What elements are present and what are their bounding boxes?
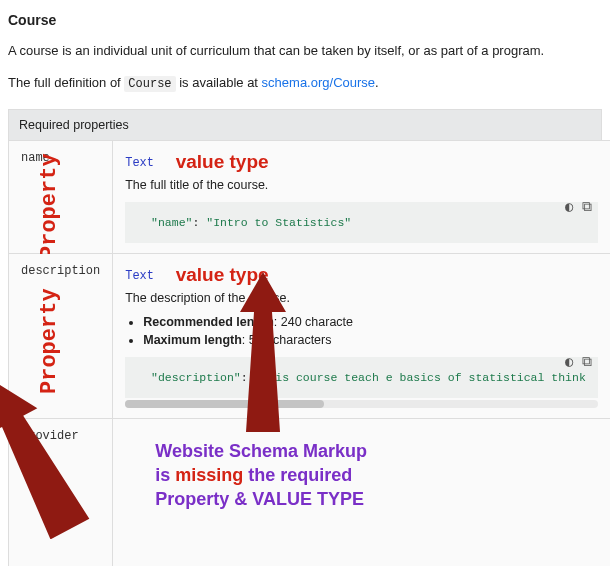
table-row: provider Website Schema Markup is missin… — [9, 418, 611, 566]
definition-mid: is available at — [179, 75, 261, 90]
value-type: Text — [125, 269, 154, 283]
annotation-property-label: Property — [37, 153, 62, 259]
annotation-missing-note: Website Schema Markup is missing the req… — [155, 439, 598, 512]
code-value: "This course teach e basics of statistic… — [255, 371, 586, 384]
svg-marker-0 — [240, 272, 286, 432]
definition-line: The full definition of Course is availab… — [8, 75, 602, 91]
horizontal-scrollbar[interactable] — [125, 400, 598, 408]
properties-table: name Property Text value type The full t… — [8, 140, 610, 566]
annotation-arrow-icon — [228, 272, 298, 432]
value-description: The description of the course. — [125, 291, 598, 305]
property-cell-name: name Property — [9, 140, 113, 253]
list-item: Maximum length: 500 characters — [143, 333, 598, 347]
value-cell-provider: Website Schema Markup is missing the req… — [113, 418, 610, 566]
theme-icon[interactable]: ◐ — [565, 202, 573, 215]
definition-prefix: The full definition of — [8, 75, 124, 90]
value-description: The full title of the course. — [125, 178, 598, 192]
table-row: name Property Text value type The full t… — [9, 140, 611, 253]
schema-link[interactable]: schema.org/Course — [262, 75, 375, 90]
constraint-list: Recommended length: 240 characte Maximum… — [143, 315, 598, 347]
code-sep: : — [192, 216, 206, 229]
annotation-value-type: value type — [176, 151, 269, 173]
value-type: Text — [125, 156, 154, 170]
intro-paragraph: A course is an individual unit of curric… — [8, 42, 602, 61]
definition-code: Course — [124, 76, 175, 92]
list-item: Recommended length: 240 characte — [143, 315, 598, 329]
code-value: "Intro to Statistics" — [206, 216, 351, 229]
property-name: description — [21, 264, 100, 278]
value-cell-description: Text value type The description of the c… — [113, 253, 610, 418]
page-title: Course — [8, 12, 602, 28]
code-snippet: ◐ ⧉ "description": "This course teach e … — [125, 357, 598, 398]
value-cell-name: Text value type The full title of the co… — [113, 140, 610, 253]
theme-icon[interactable]: ◐ — [565, 357, 573, 370]
code-key: "name" — [151, 216, 192, 229]
required-properties-header: Required properties — [8, 109, 602, 140]
copy-icon[interactable]: ⧉ — [582, 202, 592, 215]
copy-icon[interactable]: ⧉ — [582, 357, 592, 370]
definition-suffix: . — [375, 75, 379, 90]
code-snippet: ◐ ⧉ "name": "Intro to Statistics" — [125, 202, 598, 243]
svg-marker-1 — [0, 369, 95, 539]
annotation-arrow-icon — [0, 369, 100, 539]
